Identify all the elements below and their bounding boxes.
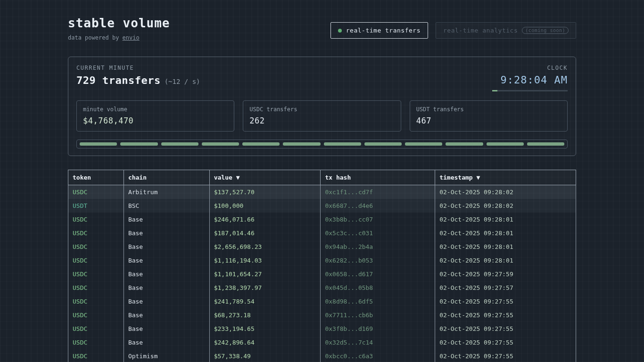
activity-segment xyxy=(80,142,117,146)
clock-progress-bar xyxy=(492,90,568,91)
value-cell: $1,101,654.27 xyxy=(209,267,321,281)
envio-link[interactable]: envio xyxy=(123,34,140,41)
token-cell: USDC xyxy=(68,226,124,240)
value-cell: $233,194.65 xyxy=(209,322,321,336)
tx-hash-link[interactable]: 0x0658...d617 xyxy=(321,267,435,281)
brand: stable volume data powered by envio xyxy=(68,16,170,41)
tx-hash-link[interactable]: 0x6687...d4e6 xyxy=(321,199,435,213)
timestamp-cell: 02-Oct-2025 09:27:55 xyxy=(435,349,576,362)
clock-time: 9:28:04 AM xyxy=(492,74,568,86)
table-row: USDCBase$1,238,397.970x045d...05b802-Oct… xyxy=(68,281,576,295)
tx-hash-link[interactable]: 0x5c3c...c031 xyxy=(321,226,435,240)
token-cell: USDC xyxy=(68,349,124,362)
activity-segment xyxy=(527,142,564,146)
timestamp-cell: 02-Oct-2025 09:28:01 xyxy=(435,213,576,226)
table-row: USDCArbitrum$137,527.700xc1f1...cd7f02-O… xyxy=(68,185,576,199)
token-cell: USDC xyxy=(68,281,124,295)
tx-hash-link[interactable]: 0x6282...b053 xyxy=(321,254,435,267)
token-cell: USDC xyxy=(68,185,124,199)
timestamp-cell: 02-Oct-2025 09:27:55 xyxy=(435,322,576,336)
column-header-token: token xyxy=(68,170,124,185)
coming-soon-badge: (coming soon) xyxy=(522,27,569,34)
tab-realtime-analytics: real-time analytics (coming soon) xyxy=(436,22,576,39)
stat-card-usdt-transfers: USDT transfers 467 xyxy=(410,100,568,132)
timestamp-cell: 02-Oct-2025 09:28:02 xyxy=(435,185,576,199)
live-dot-icon xyxy=(338,29,342,33)
tx-hash-link[interactable]: 0x94ab...2b4a xyxy=(321,240,435,254)
activity-segment xyxy=(161,142,198,146)
stat-value: 262 xyxy=(249,116,394,125)
tx-hash-link[interactable]: 0x3b8b...cc07 xyxy=(321,213,435,226)
subtitle: data powered by envio xyxy=(68,34,170,41)
activity-segment xyxy=(120,142,157,146)
tx-hash-link[interactable]: 0xc1f1...cd7f xyxy=(321,185,435,199)
stat-value: 467 xyxy=(416,116,561,125)
token-cell: USDC xyxy=(68,336,124,349)
chain-cell: Arbitrum xyxy=(124,185,209,199)
column-header-value[interactable]: value ▼ xyxy=(209,170,321,185)
stat-label: USDT transfers xyxy=(416,106,561,113)
clock-progress-fill xyxy=(492,90,497,91)
table-header: tokenchainvalue ▼tx hashtimestamp ▼ xyxy=(68,170,576,185)
token-cell: USDC xyxy=(68,240,124,254)
chain-cell: Base xyxy=(124,267,209,281)
value-cell: $187,014.46 xyxy=(209,226,321,240)
column-header-timestamp[interactable]: timestamp ▼ xyxy=(435,170,576,185)
chain-cell: Base xyxy=(124,254,209,267)
table-row: USDCBase$242,896.640x32d5...7c1402-Oct-2… xyxy=(68,336,576,349)
clock: CLOCK 9:28:04 AM xyxy=(492,65,568,91)
stat-card-minute-volume: minute volume $4,768,470 xyxy=(76,100,234,132)
tx-hash-link[interactable]: 0x7711...cb6b xyxy=(321,308,435,322)
activity-segment xyxy=(487,142,524,146)
chain-cell: Base xyxy=(124,336,209,349)
timestamp-cell: 02-Oct-2025 09:28:01 xyxy=(435,226,576,240)
activity-segment xyxy=(446,142,483,146)
value-cell: $246,071.66 xyxy=(209,213,321,226)
chain-cell: Base xyxy=(124,226,209,240)
transfers-count-line: 729 transfers (~12 / s) xyxy=(76,74,200,86)
chain-cell: Base xyxy=(124,295,209,308)
table-row: USDTBSC$100,0000x6687...d4e602-Oct-2025 … xyxy=(68,199,576,213)
token-cell: USDC xyxy=(68,295,124,308)
table-row: USDCBase$68,273.180x7711...cb6b02-Oct-20… xyxy=(68,308,576,322)
value-cell: $1,238,397.97 xyxy=(209,281,321,295)
timestamp-cell: 02-Oct-2025 09:27:57 xyxy=(435,281,576,295)
stat-card-usdc-transfers: USDC transfers 262 xyxy=(243,100,401,132)
value-cell: $100,000 xyxy=(209,199,321,213)
transfers-rate: (~12 / s) xyxy=(165,78,200,85)
value-cell: $137,527.70 xyxy=(209,185,321,199)
activity-segment xyxy=(324,142,361,146)
activity-segment-bar xyxy=(76,140,568,148)
stat-value: $4,768,470 xyxy=(83,116,228,125)
page-title: stable volume xyxy=(68,16,170,30)
token-cell: USDC xyxy=(68,213,124,226)
tx-hash-link[interactable]: 0x32d5...7c14 xyxy=(321,336,435,349)
tab-realtime-transfers[interactable]: real-time transfers xyxy=(330,22,428,39)
chain-cell: Optimism xyxy=(124,349,209,362)
table-row: USDCBase$1,101,654.270x0658...d61702-Oct… xyxy=(68,267,576,281)
chain-cell: Base xyxy=(124,281,209,295)
tx-hash-link[interactable]: 0xbcc0...c6a3 xyxy=(321,349,435,362)
value-cell: $57,338.49 xyxy=(209,349,321,362)
timestamp-cell: 02-Oct-2025 09:28:02 xyxy=(435,199,576,213)
timestamp-cell: 02-Oct-2025 09:27:55 xyxy=(435,308,576,322)
activity-segment xyxy=(283,142,320,146)
top-bar: stable volume data powered by envio real… xyxy=(68,16,576,41)
chain-cell: Base xyxy=(124,322,209,336)
timestamp-cell: 02-Oct-2025 09:27:59 xyxy=(435,267,576,281)
page: stable volume data powered by envio real… xyxy=(68,0,576,362)
tx-hash-link[interactable]: 0x8d98...6df5 xyxy=(321,295,435,308)
tab-analytics-label: real-time analytics xyxy=(443,27,518,34)
transfers-count: 729 transfers xyxy=(76,74,161,86)
timestamp-cell: 02-Oct-2025 09:27:55 xyxy=(435,336,576,349)
timestamp-cell: 02-Oct-2025 09:28:01 xyxy=(435,240,576,254)
activity-segment xyxy=(242,142,280,146)
token-cell: USDT xyxy=(68,199,124,213)
timestamp-cell: 02-Oct-2025 09:27:55 xyxy=(435,295,576,308)
token-cell: USDC xyxy=(68,322,124,336)
stat-label: minute volume xyxy=(83,106,228,113)
tx-hash-link[interactable]: 0x3f8b...d169 xyxy=(321,322,435,336)
tx-hash-link[interactable]: 0x045d...05b8 xyxy=(321,281,435,295)
stats-header: CURRENT MINUTE 729 transfers (~12 / s) C… xyxy=(76,65,568,91)
chain-cell: Base xyxy=(124,240,209,254)
